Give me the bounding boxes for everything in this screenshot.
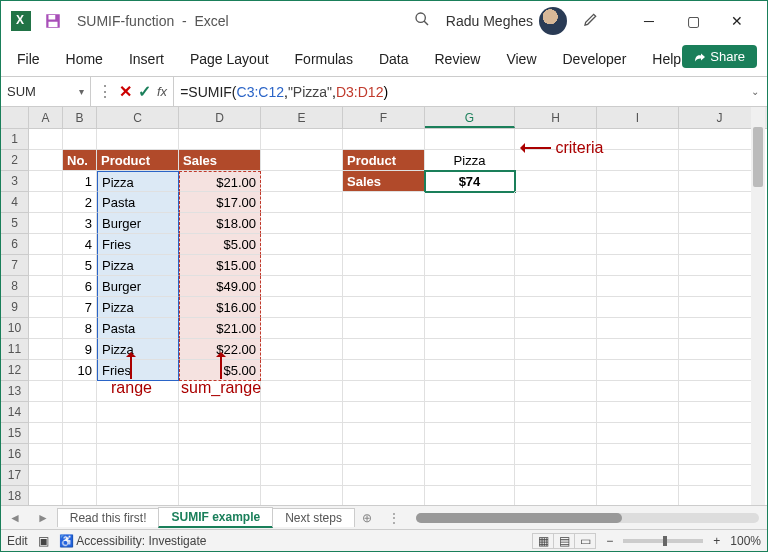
cell-F6[interactable] bbox=[343, 234, 425, 255]
save-icon[interactable] bbox=[41, 9, 65, 33]
cell-F13[interactable] bbox=[343, 381, 425, 402]
cell-B6[interactable]: 4 bbox=[63, 234, 97, 255]
cell-A18[interactable] bbox=[29, 486, 63, 505]
cell-D5[interactable]: $18.00 bbox=[179, 213, 261, 234]
cell-G5[interactable] bbox=[425, 213, 515, 234]
cell-A11[interactable] bbox=[29, 339, 63, 360]
cell-B8[interactable]: 6 bbox=[63, 276, 97, 297]
cell-A8[interactable] bbox=[29, 276, 63, 297]
cell-D9[interactable]: $16.00 bbox=[179, 297, 261, 318]
cell-F3[interactable]: Sales bbox=[343, 171, 425, 192]
zoom-slider[interactable] bbox=[623, 539, 703, 543]
cell-B3[interactable]: 1 bbox=[63, 171, 97, 192]
cell-A14[interactable] bbox=[29, 402, 63, 423]
cell-E9[interactable] bbox=[261, 297, 343, 318]
cell-I18[interactable] bbox=[597, 486, 679, 505]
cell-A4[interactable] bbox=[29, 192, 63, 213]
cell-J7[interactable] bbox=[679, 255, 761, 276]
cell-H11[interactable] bbox=[515, 339, 597, 360]
row-header[interactable]: 14 bbox=[1, 402, 29, 423]
cell-B2[interactable]: No. bbox=[63, 150, 97, 171]
tab-insert[interactable]: Insert bbox=[127, 47, 166, 71]
col-E[interactable]: E bbox=[261, 107, 343, 128]
user-account[interactable]: Radu Meghes bbox=[446, 7, 567, 35]
cell-D18[interactable] bbox=[179, 486, 261, 505]
cell-C16[interactable] bbox=[97, 444, 179, 465]
col-J[interactable]: J bbox=[679, 107, 761, 128]
col-H[interactable]: H bbox=[515, 107, 597, 128]
cell-C18[interactable] bbox=[97, 486, 179, 505]
row-header[interactable]: 8 bbox=[1, 276, 29, 297]
tab-file[interactable]: File bbox=[15, 47, 42, 71]
cell-D4[interactable]: $17.00 bbox=[179, 192, 261, 213]
cell-I2[interactable] bbox=[597, 150, 679, 171]
row-header[interactable]: 6 bbox=[1, 234, 29, 255]
row-header[interactable]: 5 bbox=[1, 213, 29, 234]
cell-C14[interactable] bbox=[97, 402, 179, 423]
cancel-icon[interactable]: ✕ bbox=[119, 82, 132, 101]
cell-I5[interactable] bbox=[597, 213, 679, 234]
cell-C5[interactable]: Burger bbox=[97, 213, 179, 234]
maximize-button[interactable]: ▢ bbox=[671, 1, 715, 41]
tab-help[interactable]: Help bbox=[650, 47, 683, 71]
cell-C3[interactable]: Pizza bbox=[97, 171, 179, 192]
view-buttons[interactable]: ▦▤▭ bbox=[533, 533, 596, 549]
tab-formulas[interactable]: Formulas bbox=[293, 47, 355, 71]
cell-F15[interactable] bbox=[343, 423, 425, 444]
cell-H3[interactable] bbox=[515, 171, 597, 192]
horizontal-scrollbar[interactable] bbox=[416, 513, 759, 523]
cell-G16[interactable] bbox=[425, 444, 515, 465]
cell-I16[interactable] bbox=[597, 444, 679, 465]
tab-view[interactable]: View bbox=[504, 47, 538, 71]
row-header[interactable]: 1 bbox=[1, 129, 29, 150]
vdots-icon[interactable]: ⋮ bbox=[97, 82, 113, 101]
col-D[interactable]: D bbox=[179, 107, 261, 128]
cell-F11[interactable] bbox=[343, 339, 425, 360]
cell-A17[interactable] bbox=[29, 465, 63, 486]
cell-I12[interactable] bbox=[597, 360, 679, 381]
cell-E17[interactable] bbox=[261, 465, 343, 486]
cell-E15[interactable] bbox=[261, 423, 343, 444]
accessibility-status[interactable]: ♿ Accessibility: Investigate bbox=[59, 534, 207, 548]
cell-J8[interactable] bbox=[679, 276, 761, 297]
cell-J15[interactable] bbox=[679, 423, 761, 444]
cell-G9[interactable] bbox=[425, 297, 515, 318]
col-F[interactable]: F bbox=[343, 107, 425, 128]
cell-D10[interactable]: $21.00 bbox=[179, 318, 261, 339]
row-header[interactable]: 4 bbox=[1, 192, 29, 213]
row-header[interactable]: 2 bbox=[1, 150, 29, 171]
sheet-tab-sumif-example[interactable]: SUMIF example bbox=[158, 507, 273, 528]
cell-E1[interactable] bbox=[261, 129, 343, 150]
row-header[interactable]: 12 bbox=[1, 360, 29, 381]
cell-A15[interactable] bbox=[29, 423, 63, 444]
macro-record-icon[interactable]: ▣ bbox=[38, 534, 49, 548]
row-header[interactable]: 3 bbox=[1, 171, 29, 192]
cell-H9[interactable] bbox=[515, 297, 597, 318]
row-header[interactable]: 13 bbox=[1, 381, 29, 402]
cell-D14[interactable] bbox=[179, 402, 261, 423]
cell-I3[interactable] bbox=[597, 171, 679, 192]
cell-J6[interactable] bbox=[679, 234, 761, 255]
cell-G11[interactable] bbox=[425, 339, 515, 360]
formula-input[interactable]: =SUMIF(C3:C12, "Pizza", D3:D12) ⌄ bbox=[174, 77, 767, 106]
cell-J17[interactable] bbox=[679, 465, 761, 486]
cell-F1[interactable] bbox=[343, 129, 425, 150]
cell-C9[interactable]: Pizza bbox=[97, 297, 179, 318]
cell-I9[interactable] bbox=[597, 297, 679, 318]
enter-icon[interactable]: ✓ bbox=[138, 82, 151, 101]
cell-B16[interactable] bbox=[63, 444, 97, 465]
cell-C15[interactable] bbox=[97, 423, 179, 444]
cell-F18[interactable] bbox=[343, 486, 425, 505]
worksheet-grid[interactable]: A B C D E F G H I J 12No.ProductSalesPro… bbox=[1, 107, 767, 505]
vertical-scrollbar[interactable] bbox=[751, 107, 765, 505]
expand-formula-bar-icon[interactable]: ⌄ bbox=[751, 86, 759, 97]
zoom-in-icon[interactable]: + bbox=[713, 534, 720, 548]
cell-G3[interactable]: $74 bbox=[425, 171, 515, 192]
tab-home[interactable]: Home bbox=[64, 47, 105, 71]
cell-G6[interactable] bbox=[425, 234, 515, 255]
cell-D8[interactable]: $49.00 bbox=[179, 276, 261, 297]
cell-B13[interactable] bbox=[63, 381, 97, 402]
cell-A12[interactable] bbox=[29, 360, 63, 381]
cell-H15[interactable] bbox=[515, 423, 597, 444]
cell-H18[interactable] bbox=[515, 486, 597, 505]
